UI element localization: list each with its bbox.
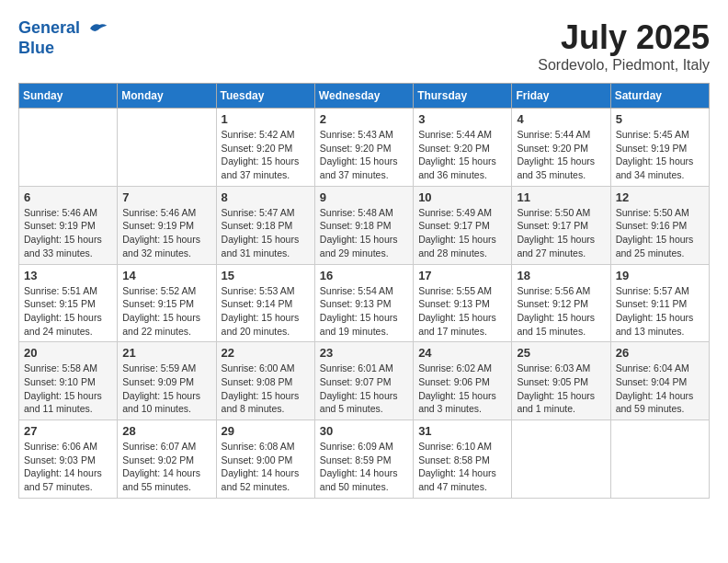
day-number: 19 xyxy=(616,269,704,282)
day-detail: Sunrise: 5:45 AMSunset: 9:19 PMDaylight:… xyxy=(616,128,704,182)
day-number: 28 xyxy=(122,424,210,438)
logo: General Blue xyxy=(18,18,108,58)
day-detail: Sunrise: 6:08 AMSunset: 9:00 PMDaylight:… xyxy=(222,440,310,494)
calendar-cell: 9Sunrise: 5:48 AMSunset: 9:18 PMDaylight… xyxy=(314,186,413,264)
calendar-cell: 22Sunrise: 6:00 AMSunset: 9:08 PMDayligh… xyxy=(216,342,314,420)
calendar-cell: 29Sunrise: 6:08 AMSunset: 9:00 PMDayligh… xyxy=(216,420,314,499)
logo-text: General xyxy=(18,18,108,39)
calendar-cell xyxy=(512,420,610,499)
day-number: 29 xyxy=(222,424,310,438)
day-number: 9 xyxy=(320,190,408,204)
day-number: 26 xyxy=(616,346,704,360)
calendar-cell: 10Sunrise: 5:49 AMSunset: 9:17 PMDayligh… xyxy=(414,186,512,264)
day-detail: Sunrise: 5:56 AMSunset: 9:12 PMDaylight:… xyxy=(517,284,605,339)
day-detail: Sunrise: 6:02 AMSunset: 9:06 PMDaylight:… xyxy=(418,362,506,416)
day-number: 8 xyxy=(222,190,310,204)
day-detail: Sunrise: 5:43 AMSunset: 9:20 PMDaylight:… xyxy=(320,128,408,182)
day-detail: Sunrise: 5:47 AMSunset: 9:18 PMDaylight:… xyxy=(222,206,310,260)
calendar-cell: 27Sunrise: 6:06 AMSunset: 9:03 PMDayligh… xyxy=(19,420,118,499)
day-number: 30 xyxy=(320,424,408,438)
calendar-cell: 17Sunrise: 5:55 AMSunset: 9:13 PMDayligh… xyxy=(414,264,512,342)
calendar-cell: 25Sunrise: 6:03 AMSunset: 9:05 PMDayligh… xyxy=(512,342,610,420)
day-number: 1 xyxy=(222,112,310,126)
day-detail: Sunrise: 6:09 AMSunset: 8:59 PMDaylight:… xyxy=(320,440,408,494)
calendar-cell: 15Sunrise: 5:53 AMSunset: 9:14 PMDayligh… xyxy=(216,264,314,342)
day-detail: Sunrise: 5:52 AMSunset: 9:15 PMDaylight:… xyxy=(122,284,210,339)
calendar-cell: 23Sunrise: 6:01 AMSunset: 9:07 PMDayligh… xyxy=(314,342,413,420)
day-number: 25 xyxy=(517,346,605,360)
day-detail: Sunrise: 5:50 AMSunset: 9:17 PMDaylight:… xyxy=(517,206,605,260)
calendar-cell: 8Sunrise: 5:47 AMSunset: 9:18 PMDaylight… xyxy=(216,186,314,264)
day-detail: Sunrise: 5:55 AMSunset: 9:13 PMDaylight:… xyxy=(418,284,506,339)
day-detail: Sunrise: 5:59 AMSunset: 9:09 PMDaylight:… xyxy=(122,362,210,416)
calendar-week-2: 6Sunrise: 5:46 AMSunset: 9:19 PMDaylight… xyxy=(19,186,710,264)
calendar-cell xyxy=(610,420,709,499)
header-friday: Friday xyxy=(512,84,610,109)
day-detail: Sunrise: 6:10 AMSunset: 8:58 PMDaylight:… xyxy=(418,440,506,494)
calendar-cell: 31Sunrise: 6:10 AMSunset: 8:58 PMDayligh… xyxy=(414,420,512,499)
day-number: 23 xyxy=(320,346,408,360)
day-detail: Sunrise: 5:53 AMSunset: 9:14 PMDaylight:… xyxy=(222,284,310,339)
calendar-cell: 21Sunrise: 5:59 AMSunset: 9:09 PMDayligh… xyxy=(118,342,216,420)
calendar-week-3: 13Sunrise: 5:51 AMSunset: 9:15 PMDayligh… xyxy=(19,264,710,342)
day-detail: Sunrise: 5:46 AMSunset: 9:19 PMDaylight:… xyxy=(122,206,210,260)
day-number: 5 xyxy=(616,112,704,126)
calendar-cell: 16Sunrise: 5:54 AMSunset: 9:13 PMDayligh… xyxy=(314,264,413,342)
day-detail: Sunrise: 6:03 AMSunset: 9:05 PMDaylight:… xyxy=(517,362,605,416)
calendar-cell: 20Sunrise: 5:58 AMSunset: 9:10 PMDayligh… xyxy=(19,342,118,420)
calendar-cell: 26Sunrise: 6:04 AMSunset: 9:04 PMDayligh… xyxy=(610,342,709,420)
calendar-cell: 12Sunrise: 5:50 AMSunset: 9:16 PMDayligh… xyxy=(610,186,709,264)
day-detail: Sunrise: 5:54 AMSunset: 9:13 PMDaylight:… xyxy=(320,284,408,339)
calendar-cell: 24Sunrise: 6:02 AMSunset: 9:06 PMDayligh… xyxy=(414,342,512,420)
calendar-cell: 28Sunrise: 6:07 AMSunset: 9:02 PMDayligh… xyxy=(118,420,216,499)
day-number: 11 xyxy=(517,190,605,204)
calendar-cell: 30Sunrise: 6:09 AMSunset: 8:59 PMDayligh… xyxy=(314,420,413,499)
calendar-header-row: SundayMondayTuesdayWednesdayThursdayFrid… xyxy=(19,84,710,109)
day-number: 12 xyxy=(616,190,704,204)
calendar-cell: 3Sunrise: 5:44 AMSunset: 9:20 PMDaylight… xyxy=(414,109,512,187)
day-number: 21 xyxy=(122,346,210,360)
day-number: 7 xyxy=(122,190,210,204)
header-thursday: Thursday xyxy=(414,84,512,109)
day-detail: Sunrise: 5:44 AMSunset: 9:20 PMDaylight:… xyxy=(517,128,605,182)
page-header: General Blue July 2025 Sordevolo, Piedmo… xyxy=(18,18,710,74)
calendar-week-1: 1Sunrise: 5:42 AMSunset: 9:20 PMDaylight… xyxy=(19,109,710,187)
calendar-cell xyxy=(118,109,216,187)
day-number: 17 xyxy=(418,269,506,282)
day-number: 3 xyxy=(418,112,506,126)
day-detail: Sunrise: 5:51 AMSunset: 9:15 PMDaylight:… xyxy=(24,284,112,339)
day-detail: Sunrise: 5:46 AMSunset: 9:19 PMDaylight:… xyxy=(24,206,112,260)
day-number: 22 xyxy=(222,346,310,360)
day-detail: Sunrise: 6:04 AMSunset: 9:04 PMDaylight:… xyxy=(616,362,704,416)
calendar-cell: 1Sunrise: 5:42 AMSunset: 9:20 PMDaylight… xyxy=(216,109,314,187)
day-number: 10 xyxy=(418,190,506,204)
month-title: July 2025 xyxy=(538,18,710,57)
bird-icon xyxy=(86,19,108,38)
header-wednesday: Wednesday xyxy=(314,84,413,109)
calendar-week-5: 27Sunrise: 6:06 AMSunset: 9:03 PMDayligh… xyxy=(19,420,710,499)
calendar-cell: 14Sunrise: 5:52 AMSunset: 9:15 PMDayligh… xyxy=(118,264,216,342)
day-detail: Sunrise: 5:57 AMSunset: 9:11 PMDaylight:… xyxy=(616,284,704,339)
header-saturday: Saturday xyxy=(610,84,709,109)
logo-blue: Blue xyxy=(18,39,108,59)
day-detail: Sunrise: 5:49 AMSunset: 9:17 PMDaylight:… xyxy=(418,206,506,260)
day-number: 14 xyxy=(122,269,210,282)
day-detail: Sunrise: 5:58 AMSunset: 9:10 PMDaylight:… xyxy=(24,362,112,416)
day-number: 27 xyxy=(24,424,112,438)
day-number: 18 xyxy=(517,269,605,282)
calendar-cell: 4Sunrise: 5:44 AMSunset: 9:20 PMDaylight… xyxy=(512,109,610,187)
day-number: 13 xyxy=(24,269,112,282)
calendar-cell: 7Sunrise: 5:46 AMSunset: 9:19 PMDaylight… xyxy=(118,186,216,264)
calendar-week-4: 20Sunrise: 5:58 AMSunset: 9:10 PMDayligh… xyxy=(19,342,710,420)
calendar-cell: 13Sunrise: 5:51 AMSunset: 9:15 PMDayligh… xyxy=(19,264,118,342)
day-detail: Sunrise: 6:01 AMSunset: 9:07 PMDaylight:… xyxy=(320,362,408,416)
day-number: 20 xyxy=(24,346,112,360)
calendar-table: SundayMondayTuesdayWednesdayThursdayFrid… xyxy=(18,83,710,499)
header-tuesday: Tuesday xyxy=(216,84,314,109)
day-number: 24 xyxy=(418,346,506,360)
calendar-cell xyxy=(19,109,118,187)
calendar-cell: 18Sunrise: 5:56 AMSunset: 9:12 PMDayligh… xyxy=(512,264,610,342)
calendar-cell: 19Sunrise: 5:57 AMSunset: 9:11 PMDayligh… xyxy=(610,264,709,342)
calendar-cell: 2Sunrise: 5:43 AMSunset: 9:20 PMDaylight… xyxy=(314,109,413,187)
day-number: 4 xyxy=(517,112,605,126)
